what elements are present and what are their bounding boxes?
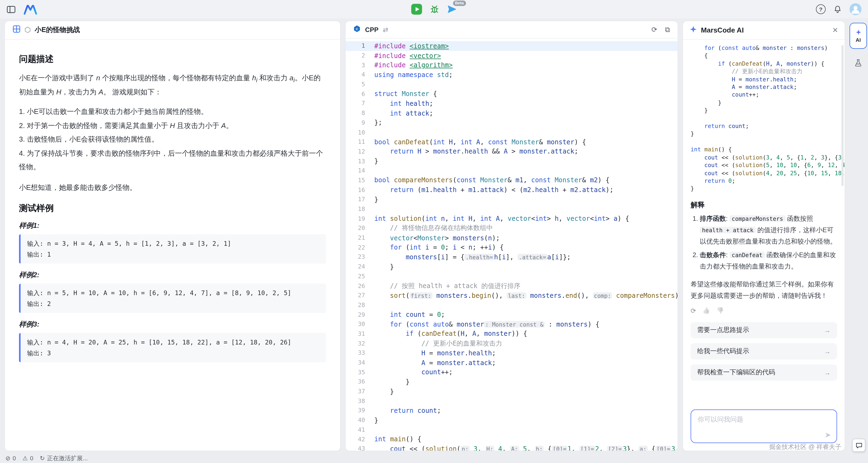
line-number: 21 xyxy=(346,234,374,241)
code-line: cout << (solution(3, 4, 5, {1, 2, 3}, {3… xyxy=(690,153,837,161)
code-line[interactable]: 1#include <iostream> xyxy=(346,41,678,51)
lab-flask-icon[interactable] xyxy=(854,59,863,67)
code-line[interactable]: 36 } xyxy=(346,377,678,387)
notifications-bell-icon[interactable] xyxy=(833,5,842,13)
thumbs-down-icon[interactable]: 👎 xyxy=(717,307,724,315)
code-line[interactable]: 42int main() { xyxy=(346,434,678,444)
user-avatar[interactable] xyxy=(849,3,862,15)
code-line[interactable]: 23 monsters[i] = {.health=h[i], .attack=… xyxy=(346,252,678,262)
compare-code-icon[interactable]: ⧉ xyxy=(665,25,670,34)
tab-cpp[interactable]: CPP xyxy=(365,26,378,33)
code-line[interactable]: 18 xyxy=(346,204,678,214)
code-line[interactable]: 37 } xyxy=(346,387,678,396)
ai-question-input[interactable] xyxy=(690,409,837,443)
language-switch-icon[interactable]: ⇄ xyxy=(383,26,388,33)
extensions-activating[interactable]: ↻ 正在激活扩展... xyxy=(40,454,88,462)
code-line[interactable]: 7 int health; xyxy=(346,99,678,108)
code-line[interactable]: 13} xyxy=(346,156,678,166)
code-line[interactable]: 30 for (const auto& monster: Monster con… xyxy=(346,320,678,329)
warnings-indicator[interactable]: ⚠ 0 xyxy=(23,455,33,462)
thumbs-up-icon[interactable]: 👍 xyxy=(703,307,710,315)
editor-panel: C CPP ⇄ ⟳ ⧉ 1#include <iostream>2#includ… xyxy=(345,21,678,451)
feedback-button[interactable] xyxy=(852,439,865,452)
ai-panel-title: MarsCode AI xyxy=(701,26,744,34)
rule-4: 4. 为了保持战斗节奏，要求击败的怪物序列中，后一个怪物的血量和攻击力都必须严格… xyxy=(19,146,326,174)
error-count: 0 xyxy=(12,455,16,461)
code-line[interactable]: 11bool canDefeat(int H, int A, const Mon… xyxy=(346,137,678,147)
code-line[interactable]: 33 H = monster.health; xyxy=(346,348,678,358)
suggestion-code-hint[interactable]: 给我一些代码提示 → xyxy=(690,343,837,359)
close-icon[interactable]: ✕ xyxy=(832,26,838,34)
problem-grid-icon xyxy=(12,25,21,35)
code-line[interactable]: 32 // 更新小E的血量和攻击力 xyxy=(346,338,678,348)
code-line[interactable]: 31 if (canDefeat(H, A, monster)) { xyxy=(346,329,678,338)
code-line[interactable]: 28 xyxy=(346,300,678,310)
example-1-output: 输出: 1 xyxy=(27,249,320,260)
code-line[interactable]: 3#include <algorithm> xyxy=(346,61,678,70)
code-line[interactable]: 2#include <vector> xyxy=(346,51,678,60)
code-line[interactable]: 6struct Monster { xyxy=(346,89,678,99)
code-editor[interactable]: 1#include <iostream>2#include <vector>3#… xyxy=(346,38,678,451)
code-line[interactable]: 16 return (m1.health + m1.attack) < (m2.… xyxy=(346,185,678,195)
code-line[interactable]: 14 xyxy=(346,166,678,175)
ai-assistant-panel: MarsCode AI ✕ for (const auto& monster :… xyxy=(682,21,845,451)
example-1-label: 样例1: xyxy=(19,221,326,230)
code-line[interactable]: 24 } xyxy=(346,262,678,271)
errors-indicator[interactable]: ⊘ 0 xyxy=(5,455,16,462)
suggestion-check-code[interactable]: 帮我检查一下编辑区的代码 → xyxy=(690,364,837,381)
regenerate-icon[interactable]: ⟳ xyxy=(690,307,696,315)
code-line[interactable]: 5 xyxy=(346,79,678,89)
code-line[interactable]: 27 sort(first: monsters.begin(), last: m… xyxy=(346,291,678,300)
code-line[interactable]: 26 // 按照 health + attack 的值进行排序 xyxy=(346,281,678,291)
explanation-item-1: 排序函数: compareMonsters 函数按照 health + atta… xyxy=(700,213,837,247)
help-icon[interactable]: ? xyxy=(816,4,826,14)
code-line[interactable]: 34 A = monster.attack; xyxy=(346,358,678,367)
line-number: 28 xyxy=(346,301,374,308)
warning-icon: ⚠ xyxy=(23,455,28,462)
line-number: 6 xyxy=(346,90,374,97)
code-line[interactable]: 12 return H > monster.health && A > mons… xyxy=(346,147,678,156)
code-line[interactable]: 10 xyxy=(346,128,678,137)
run-button[interactable] xyxy=(411,4,422,14)
sparkle-icon xyxy=(855,29,861,35)
marscode-logo[interactable] xyxy=(23,4,37,14)
code-line: } xyxy=(690,99,837,107)
code-line[interactable]: 15bool compareMonsters(const Monster& m1… xyxy=(346,175,678,185)
ai-rail-button[interactable]: AI xyxy=(849,23,867,49)
example-3-block: 输入: n = 4, H = 20, A = 25, h = [10, 15, … xyxy=(19,333,326,362)
code-line: } xyxy=(690,106,837,114)
ai-scrollbar[interactable] xyxy=(841,45,844,186)
reset-code-icon[interactable]: ⟳ xyxy=(651,25,657,34)
line-number: 43 xyxy=(346,445,374,451)
ai-input-area: ➤ xyxy=(690,409,837,445)
code-line[interactable]: 19int solution(int n, int H, int A, vect… xyxy=(346,214,678,224)
line-number: 42 xyxy=(346,436,374,443)
code-line[interactable]: 43 cout << (solution(n: 3, H: 4, A: 5, h… xyxy=(346,444,678,451)
debug-button[interactable] xyxy=(430,4,440,14)
line-number: 9 xyxy=(346,119,374,126)
line-number: 37 xyxy=(346,388,374,395)
code-line[interactable]: 17} xyxy=(346,195,678,204)
code-line[interactable]: 25 xyxy=(346,271,678,281)
code-line[interactable]: 4using namespace std; xyxy=(346,70,678,79)
code-line[interactable]: 41 xyxy=(346,425,678,434)
code-line[interactable]: 29 int count = 0; xyxy=(346,310,678,319)
sidebar-toggle-icon[interactable] xyxy=(6,5,16,13)
code-line[interactable]: 35 count++; xyxy=(346,367,678,377)
line-number: 39 xyxy=(346,407,374,414)
code-line[interactable]: 39 return count; xyxy=(346,406,678,415)
line-number: 24 xyxy=(346,263,374,270)
send-icon[interactable]: ➤ xyxy=(825,431,831,439)
code-line[interactable]: 40} xyxy=(346,415,678,425)
submit-button[interactable]: Beta xyxy=(447,4,457,14)
topbar-center: Beta xyxy=(411,4,457,14)
code-line[interactable]: 38 xyxy=(346,396,678,405)
code-line[interactable]: 21 vector<Monster> monsters(n); xyxy=(346,233,678,242)
line-number: 10 xyxy=(346,129,374,136)
suggestion-hint-idea[interactable]: 需要一点思路提示 → xyxy=(690,322,837,338)
code-line[interactable]: 8 int attack; xyxy=(346,108,678,118)
code-line[interactable]: 9}; xyxy=(346,118,678,128)
code-line[interactable]: 20 // 将怪物信息存储在结构体数组中 xyxy=(346,224,678,233)
code-line[interactable]: 22 for (int i = 0; i < n; ++i) { xyxy=(346,243,678,252)
code-line: for (const auto& monster : monsters) xyxy=(690,44,837,52)
